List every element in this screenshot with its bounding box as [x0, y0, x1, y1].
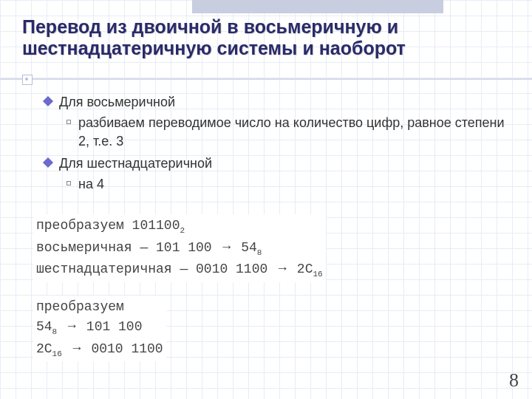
example-line: преобразуем 1011002 — [36, 216, 323, 237]
subscript: 16 — [52, 349, 62, 358]
subscript: 2 — [180, 226, 185, 235]
bullet-text: на 4 — [78, 175, 104, 193]
example-line: восьмеричная — 101 100 → 548 — [36, 237, 323, 259]
code-text: преобразуем 101100 — [36, 218, 180, 233]
example-line: шестнадцатеричная — 0010 1100 → 2C16 — [36, 259, 323, 281]
bullet-text: Для восьмеричной — [59, 93, 175, 111]
bullet-lvl2: на 4 — [66, 175, 510, 193]
code-text: 54 — [233, 240, 256, 255]
example-block-1: преобразуем 1011002 восьмеричная — 101 1… — [33, 214, 326, 282]
bullet-lvl1: Для шестнадцатеричной — [44, 154, 510, 172]
diamond-icon — [43, 157, 53, 168]
code-text: 54 — [36, 319, 52, 334]
subscript: 8 — [52, 327, 58, 336]
bullet-text: Для шестнадцатеричной — [59, 154, 212, 172]
header-accent-bar — [192, 0, 443, 13]
example-line: 548 → 101 100 — [36, 316, 163, 338]
code-text: 2C — [289, 262, 313, 276]
square-icon — [66, 120, 71, 124]
code-text: 0010 1100 — [83, 341, 163, 356]
square-icon — [66, 181, 71, 185]
example-line: 2C16 → 0010 1100 — [36, 338, 163, 361]
arrow-icon: → — [65, 318, 78, 333]
subscript: 8 — [257, 248, 262, 256]
arrow-icon: → — [70, 341, 83, 355]
bullet-lvl2: разбиваем переводимое число на количеств… — [66, 114, 510, 150]
content-area: Для восьмеричной разбиваем переводимое ч… — [44, 89, 510, 196]
bullet-lvl1: Для восьмеричной — [44, 93, 510, 111]
diamond-icon — [43, 96, 53, 106]
code-text: 2C — [36, 341, 52, 356]
code-text: шестнадцатеричная — 0010 1100 — [36, 262, 276, 276]
divider-line — [0, 78, 532, 80]
arrow-icon: → — [276, 261, 289, 276]
example-block-2: преобразуем 548 → 101 100 2C16 → 0010 11… — [33, 296, 166, 361]
subscript: 16 — [313, 270, 322, 279]
slide-title: Перевод из двоичной в восьмеричную и шес… — [22, 16, 517, 59]
example-line: преобразуем — [36, 297, 163, 316]
code-text: преобразуем — [36, 299, 124, 314]
code-text: восьмеричная — 101 100 — [36, 240, 219, 255]
arrow-icon: → — [219, 239, 233, 254]
page-number: 8 — [509, 369, 519, 392]
code-text: 101 100 — [78, 319, 142, 334]
bullet-text: разбиваем переводимое число на количеств… — [78, 114, 510, 150]
